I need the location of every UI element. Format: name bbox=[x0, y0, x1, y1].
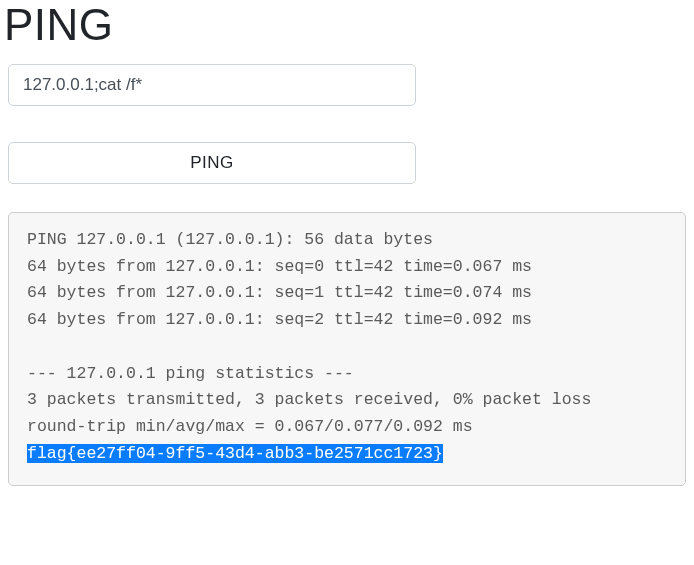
output-line: 64 bytes from 127.0.0.1: seq=2 ttl=42 ti… bbox=[27, 310, 532, 329]
output-block: PING 127.0.0.1 (127.0.0.1): 56 data byte… bbox=[8, 212, 686, 486]
ping-button[interactable]: PING bbox=[8, 142, 416, 184]
output-line: round-trip min/avg/max = 0.067/0.077/0.0… bbox=[27, 417, 473, 436]
output-line: --- 127.0.0.1 ping statistics --- bbox=[27, 364, 354, 383]
output-line: PING 127.0.0.1 (127.0.0.1): 56 data byte… bbox=[27, 230, 433, 249]
output-flag-highlighted: flag{ee27ff04-9ff5-43d4-abb3-be2571cc172… bbox=[27, 444, 443, 463]
output-line: 64 bytes from 127.0.0.1: seq=1 ttl=42 ti… bbox=[27, 283, 532, 302]
output-line: 64 bytes from 127.0.0.1: seq=0 ttl=42 ti… bbox=[27, 257, 532, 276]
page-title: PING bbox=[0, 0, 694, 60]
button-container: PING bbox=[0, 114, 694, 192]
input-container bbox=[0, 60, 694, 114]
output-line: 3 packets transmitted, 3 packets receive… bbox=[27, 390, 591, 409]
address-input[interactable] bbox=[8, 64, 416, 106]
